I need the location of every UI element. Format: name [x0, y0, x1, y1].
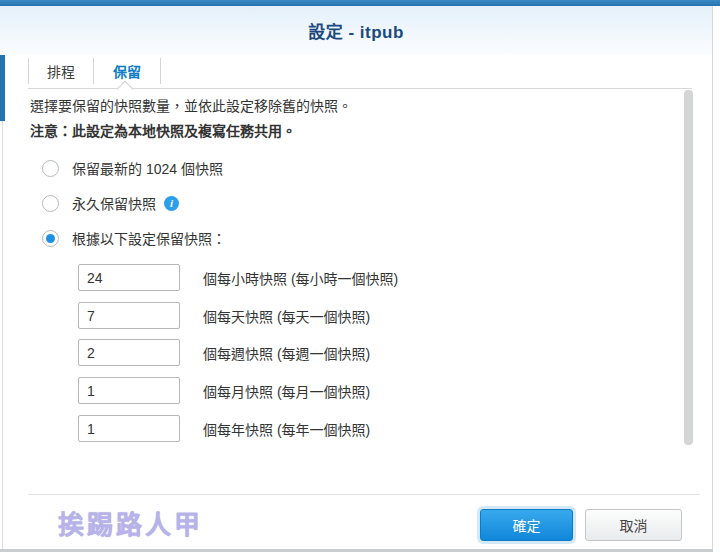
dialog-title: 設定 - itpub	[308, 18, 404, 43]
radio-keep-by-rules[interactable]	[42, 230, 59, 247]
weekly-row: 個每週快照 (每週一個快照)	[78, 339, 180, 366]
dialog-header: 設定 - itpub	[0, 6, 712, 55]
hourly-count-input[interactable]	[78, 264, 180, 291]
dialog-left-border	[2, 121, 3, 549]
footer-divider	[28, 494, 700, 495]
weekly-row-label: 個每週快照 (每週一個快照)	[203, 343, 370, 363]
monthly-row: 個每月快照 (每月一個快照)	[78, 377, 180, 404]
dialog-right-border	[712, 6, 713, 549]
monthly-row-label: 個每月快照 (每月一個快照)	[203, 381, 370, 401]
hourly-row: 個每小時快照 (每小時一個快照)	[78, 264, 180, 291]
daily-row: 個每天快照 (每天一個快照)	[78, 302, 180, 329]
monthly-count-input[interactable]	[78, 377, 180, 404]
option-keep-latest[interactable]: 保留最新的 1024 個快照	[42, 158, 223, 178]
info-icon[interactable]: i	[164, 196, 179, 211]
retention-description: 選擇要保留的快照數量，並依此設定移除舊的快照。	[30, 95, 352, 115]
tab-schedule[interactable]: 排程	[29, 55, 93, 87]
ok-button[interactable]: 確定	[480, 509, 573, 541]
yearly-row: 個每年快照 (每年一個快照)	[78, 415, 180, 442]
option-keep-by-rules-label: 根據以下設定保留快照：	[72, 228, 226, 248]
option-keep-forever[interactable]: 永久保留快照 i	[42, 193, 179, 213]
retention-note: 注意：此設定為本地快照及複寫任務共用。	[30, 120, 296, 140]
option-keep-forever-label: 永久保留快照	[72, 193, 156, 213]
weekly-count-input[interactable]	[78, 339, 180, 366]
yearly-count-input[interactable]	[78, 415, 180, 442]
yearly-row-label: 個每年快照 (每年一個快照)	[203, 419, 370, 439]
vertical-scrollbar[interactable]	[684, 90, 693, 445]
radio-keep-latest[interactable]	[42, 160, 59, 177]
option-keep-latest-label: 保留最新的 1024 個快照	[72, 158, 223, 178]
radio-keep-forever[interactable]	[42, 195, 59, 212]
watermark-text: 挨踢路人甲	[58, 504, 203, 541]
cancel-button[interactable]: 取消	[585, 509, 682, 541]
daily-row-label: 個每天快照 (每天一個快照)	[203, 306, 370, 326]
tab-bar: 排程 保留	[0, 55, 712, 88]
tab-separator	[160, 58, 161, 84]
option-keep-by-rules[interactable]: 根據以下設定保留快照：	[42, 228, 226, 248]
hourly-row-label: 個每小時快照 (每小時一個快照)	[203, 268, 398, 288]
daily-count-input[interactable]	[78, 302, 180, 329]
